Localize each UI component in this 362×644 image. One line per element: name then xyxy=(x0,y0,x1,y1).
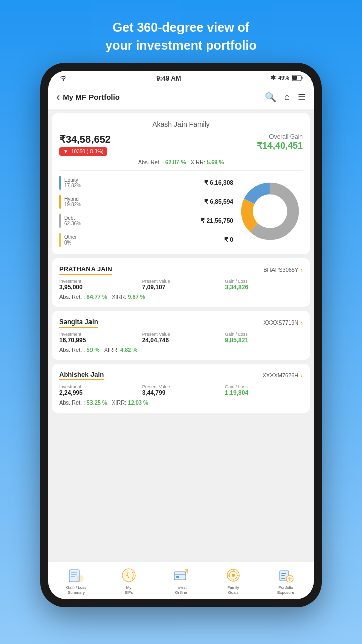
member-1-gl-value: 9,85,821 xyxy=(225,337,303,344)
member-1-investment-label: Investment xyxy=(59,332,137,337)
xirr-value: 5.69 % xyxy=(207,159,224,165)
bottom-nav-sips[interactable]: ₹ MySIPs xyxy=(103,567,155,595)
debt-info: Debt 62.36% xyxy=(64,215,81,226)
gain-loss-label: Gain / LossSummary xyxy=(66,585,86,595)
member-0-xirr: 9.87 % xyxy=(128,294,145,300)
my-sips-icon: ₹ xyxy=(120,567,137,584)
portfolio-value-section: ₹34,58,652 ▼ -10350 (-0.3%) xyxy=(59,133,111,156)
member-2-arrow[interactable]: › xyxy=(300,371,303,379)
menu-icon[interactable]: ☰ xyxy=(298,92,306,103)
page-title: My MF Portfolio xyxy=(63,93,265,101)
svg-point-7 xyxy=(254,195,287,227)
header-line2: your investment portfolio xyxy=(105,36,256,54)
member-1-pv-value: 24,04,746 xyxy=(142,337,220,344)
other-label: Other xyxy=(64,234,77,240)
portfolio-card: Akash Jain Family ₹34,58,652 ▼ -10350 (-… xyxy=(52,113,310,254)
other-percent: 0% xyxy=(64,240,77,246)
svg-rect-30 xyxy=(281,578,285,579)
member-0-investment-value: 3,95,000 xyxy=(59,284,137,291)
bottom-nav-gain-loss[interactable]: ↑ Gain / LossSummary xyxy=(50,567,103,595)
divider xyxy=(59,170,303,171)
member-1-pan: XXXXS7719N › xyxy=(263,318,303,327)
svg-rect-3 xyxy=(302,77,303,79)
debt-dot xyxy=(59,214,61,228)
content-area: Akash Jain Family ₹34,58,652 ▼ -10350 (-… xyxy=(48,109,314,562)
overall-gain-label: Overall Gain xyxy=(257,133,303,140)
member-1-pan-text: XXXXS7719N xyxy=(263,319,298,326)
other-amount: ₹ 0 xyxy=(224,236,233,244)
other-dot xyxy=(59,233,61,247)
home-icon[interactable]: ⌂ xyxy=(284,92,290,103)
portfolio-change-label: ▼ -10350 (-0.3%) xyxy=(63,149,103,154)
equity-dot xyxy=(59,176,61,190)
portfolio-main: ₹34,58,652 ▼ -10350 (-0.3%) Overall Gain… xyxy=(59,133,303,156)
invest-online-icon xyxy=(172,567,190,584)
nav-icons: 🔍 ⌂ ☰ xyxy=(265,92,306,103)
debt-amount: ₹ 21,56,750 xyxy=(201,217,233,224)
overall-gain-value: ₹14,40,451 xyxy=(257,140,303,151)
member-1-gl-label: Gain / Loss xyxy=(225,332,303,337)
member-2-pan-text: XXXXM7626H xyxy=(262,372,298,378)
phone-wrapper: 9:49 AM ✱ 49% ‹ My MF Portfolio 🔍 ⌂ ☰ xyxy=(40,63,322,607)
phone-screen: 9:49 AM ✱ 49% ‹ My MF Portfolio 🔍 ⌂ ☰ xyxy=(48,71,314,599)
back-button[interactable]: ‹ xyxy=(56,91,60,104)
svg-rect-2 xyxy=(292,76,297,80)
svg-rect-29 xyxy=(281,575,285,576)
member-2-returns: Abs. Ret. : 53.25 % XIRR: 12.03 % xyxy=(59,399,303,406)
svg-rect-16 xyxy=(174,572,186,580)
member-0-pv-value: 7,09,107 xyxy=(142,284,220,291)
member-2-stats: Investment 2,24,995 Present Value 3,44,7… xyxy=(59,384,303,396)
member-0-stats: Investment 3,95,000 Present Value 7,09,1… xyxy=(59,279,303,291)
member-1-abs: 59 % xyxy=(86,347,99,353)
member-1-header: Sangita Jain XXXXS7719N › xyxy=(59,318,303,328)
member-0-name: PRATHANA JAIN xyxy=(59,265,112,275)
legend-section: Equity 17.82% ₹ 6,16,308 Hybrid 19.82% xyxy=(59,176,233,247)
member-0-pv-label: Present Value xyxy=(142,279,220,284)
member-0-abs: 84.77 % xyxy=(86,294,107,300)
family-goals-icon xyxy=(225,567,242,584)
member-2-present-value: Present Value 3,44,799 xyxy=(142,384,220,396)
abs-xirr-row: Abs. Ret. : 62.87 % XIRR: 5.69 % xyxy=(59,159,303,165)
donut-chart xyxy=(237,179,303,244)
member-2-gl-label: Gain / Loss xyxy=(225,384,303,389)
search-icon[interactable]: 🔍 xyxy=(265,92,276,103)
member-0-gain-loss: Gain / Loss 3,34,826 xyxy=(225,279,303,291)
battery-icon xyxy=(292,75,303,81)
debt-percent: 62.36% xyxy=(64,221,81,226)
member-0-arrow[interactable]: › xyxy=(300,266,303,274)
member-0-pan: BHAPS3065Y › xyxy=(263,266,303,274)
member-card-2: Abhishek Jain XXXXM7626H › Investment 2,… xyxy=(52,364,310,413)
member-1-investment: Investment 16,70,995 xyxy=(59,332,137,344)
xirr-label: XIRR: xyxy=(191,159,205,165)
bottom-nav-portfolio-exposure[interactable]: PortfolioExposure xyxy=(259,567,312,595)
member-card-1: Sangita Jain XXXXS7719N › Investment 16,… xyxy=(52,311,310,360)
status-time: 9:49 AM xyxy=(156,74,181,82)
status-bar: 9:49 AM ✱ 49% xyxy=(48,71,314,86)
status-right: ✱ 49% xyxy=(270,74,303,82)
member-0-returns: Abs. Ret. : 84.77 % XIRR: 9.87 % xyxy=(59,294,303,300)
header-section: Get 360-degree view of your investment p… xyxy=(75,0,287,63)
hybrid-label: Hybrid xyxy=(64,196,81,202)
sips-label: MySIPs xyxy=(125,585,133,595)
bottom-nav-family-goals[interactable]: FamilyGoals xyxy=(207,567,259,595)
wifi-icon xyxy=(59,75,67,81)
bottom-nav-invest[interactable]: InvestOnline xyxy=(155,567,207,595)
member-1-arrow[interactable]: › xyxy=(300,318,303,327)
member-2-pv-label: Present Value xyxy=(142,384,220,389)
member-2-abs: 53.25 % xyxy=(86,399,107,406)
member-1-pv-label: Present Value xyxy=(142,332,220,337)
member-0-present-value: Present Value 7,09,107 xyxy=(142,279,220,291)
member-2-investment-label: Investment xyxy=(59,384,137,389)
member-1-investment-value: 16,70,995 xyxy=(59,337,137,344)
debt-label: Debt xyxy=(64,215,81,221)
member-2-gain-loss: Gain / Loss 1,19,804 xyxy=(225,384,303,396)
legend-item-debt: Debt 62.36% ₹ 21,56,750 xyxy=(59,214,233,228)
member-1-returns: Abs. Ret. : 59 % XIRR: 4.82 % xyxy=(59,347,303,353)
header-line1: Get 360-degree view of xyxy=(105,18,256,36)
battery-text: 49% xyxy=(278,75,289,81)
legend-item-other: Other 0% ₹ 0 xyxy=(59,233,233,247)
member-1-xirr: 4.82 % xyxy=(120,347,137,353)
svg-text:₹: ₹ xyxy=(125,571,130,579)
svg-rect-18 xyxy=(176,576,179,578)
family-goals-label: FamilyGoals xyxy=(227,585,239,595)
